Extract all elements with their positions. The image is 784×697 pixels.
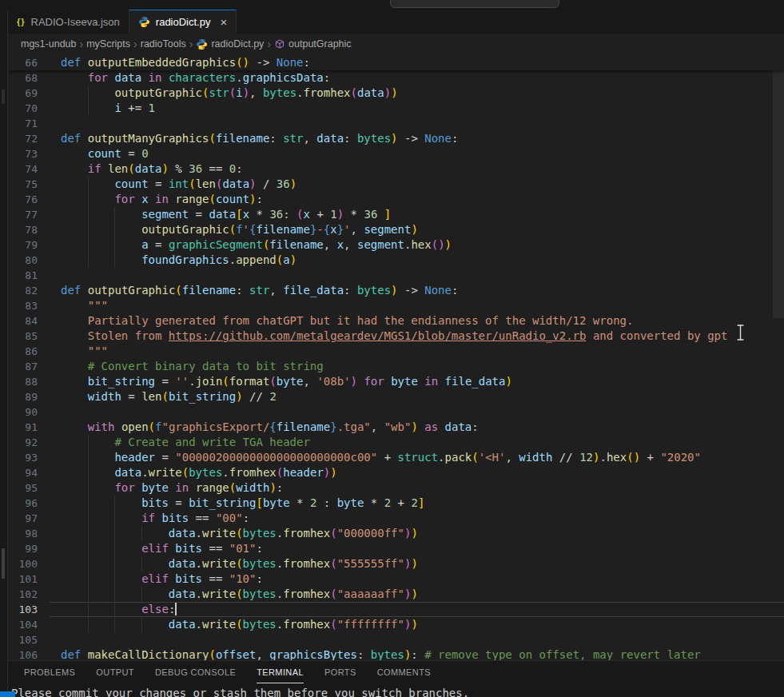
code-line-102[interactable]: 102 data.write(bytes.fromhex("aaaaaaff")… [8, 587, 784, 602]
code-line-79[interactable]: 79 a = graphicSegment(filename, x, segme… [8, 237, 784, 253]
code-line-103[interactable]: 103 else: [8, 602, 784, 617]
code-line-86[interactable]: 86 """ [8, 344, 784, 359]
code-line-83[interactable]: 83 """ [8, 298, 784, 313]
line-number[interactable]: 85 [8, 329, 50, 344]
panel-tab-debug-console[interactable]: DEBUG CONSOLE [155, 661, 236, 683]
code-line-74[interactable]: 74 if len(data) % 36 == 0: [8, 161, 784, 177]
line-number[interactable]: 68 [8, 70, 50, 86]
breadcrumb-item-outputGraphic[interactable]: outputGraphic [274, 38, 352, 50]
breadcrumb-item-myScripts[interactable]: myScripts [86, 38, 130, 50]
line-number[interactable]: 86 [8, 344, 50, 359]
code-line-82[interactable]: 82def outputGraphic(filename: str, file_… [8, 283, 784, 298]
line-number[interactable]: 101 [8, 572, 50, 587]
breadcrumb-item-radioDict.py[interactable]: radioDict.py [196, 38, 264, 50]
line-number[interactable]: 81 [8, 268, 50, 283]
line-number[interactable]: 87 [8, 359, 50, 374]
panel-tab-comments[interactable]: COMMENTS [377, 661, 431, 683]
line-number[interactable]: 97 [8, 511, 50, 526]
code-line-91[interactable]: 91 with open(f"graphicsExport/{filename}… [8, 420, 784, 435]
code-line-76[interactable]: 76 for x in range(count): [8, 192, 784, 207]
breadcrumb-item-radioTools[interactable]: radioTools [141, 38, 186, 50]
breadcrumb-item-mgs1-undub[interactable]: mgs1-undub [21, 38, 77, 50]
code-line-100[interactable]: 100 data.write(bytes.fromhex("555555ff")… [8, 556, 784, 572]
code-editor[interactable]: 66def outputEmbeddedGraphics() -> None: … [8, 54, 784, 660]
line-number[interactable]: 66 [8, 55, 50, 70]
code-line-69[interactable]: 69 outputGraphic(str(i), bytes.fromhex(d… [8, 86, 784, 101]
line-number[interactable]: 78 [8, 222, 50, 237]
code-line-71[interactable]: 71 [8, 116, 784, 131]
code-line-101[interactable]: 101 elif bits == "10": [8, 572, 784, 587]
line-number[interactable]: 98 [8, 526, 50, 541]
line-number[interactable]: 91 [8, 420, 50, 435]
line-number[interactable]: 74 [8, 161, 50, 177]
code-line-97[interactable]: 97 if bits == "00": [8, 511, 784, 526]
line-number[interactable]: 70 [8, 101, 50, 116]
line-number[interactable]: 80 [8, 253, 50, 268]
code-line-90[interactable]: 90 [8, 404, 784, 420]
line-number[interactable]: 102 [8, 587, 50, 602]
code-line-84[interactable]: 84 Partially generated from chatGPT but … [8, 313, 784, 329]
code-line-85[interactable]: 85 Stolen from https://github.com/metalg… [8, 329, 784, 344]
line-number[interactable]: 83 [8, 298, 50, 313]
code-line-92[interactable]: 92 # Create and write TGA header [8, 435, 784, 450]
panel-tab-problems[interactable]: PROBLEMS [24, 661, 75, 683]
code-line-93[interactable]: 93 header = "0000020000000000000000000c0… [8, 450, 784, 465]
remote-indicator[interactable] [0, 691, 15, 697]
tab-RADIO-Iseeva.json[interactable]: {}RADIO-Iseeva.json [8, 10, 129, 34]
close-icon[interactable]: × [220, 16, 227, 28]
code-line-89[interactable]: 89 width = len(bit_string) // 2 [8, 389, 784, 404]
line-number[interactable]: 92 [8, 435, 50, 450]
code-line-80[interactable]: 80 foundGraphics.append(a) [8, 253, 784, 268]
code-line-77[interactable]: 77 segment = data[x * 36: (x + 1) * 36 ] [8, 207, 784, 222]
tab-radioDict.py[interactable]: radioDict.py× [129, 10, 237, 34]
code-line-75[interactable]: 75 count = int(len(data) / 36) [8, 177, 784, 192]
code-line-72[interactable]: 72def outputManyGraphics(filename: str, … [8, 131, 784, 146]
line-number[interactable]: 75 [8, 177, 50, 192]
code-line-66[interactable]: 66def outputEmbeddedGraphics() -> None: [8, 55, 784, 70]
code-token: "2020" [660, 451, 701, 464]
code-line-99[interactable]: 99 elif bits == "01": [8, 541, 784, 556]
line-number[interactable]: 77 [8, 207, 50, 222]
line-number[interactable]: 76 [8, 192, 50, 207]
code-line-106[interactable]: 106def makeCallDictionary(offset, graphi… [8, 647, 784, 660]
code-line-94[interactable]: 94 data.write(bytes.fromhex(header)) [8, 465, 784, 480]
line-number[interactable]: 106 [8, 647, 50, 660]
code-line-104[interactable]: 104 data.write(bytes.fromhex("ffffffff")… [8, 617, 784, 632]
line-number[interactable]: 99 [8, 541, 50, 556]
line-number[interactable]: 90 [8, 404, 50, 420]
code-line-70[interactable]: 70 i += 1 [8, 101, 784, 116]
code-line-105[interactable]: 105 [8, 632, 784, 647]
line-number[interactable]: 104 [8, 617, 50, 632]
panel-tab-output[interactable]: OUTPUT [96, 661, 134, 683]
line-number[interactable]: 88 [8, 374, 50, 389]
code-line-88[interactable]: 88 bit_string = ''.join(format(byte, '08… [8, 374, 784, 389]
line-number[interactable]: 79 [8, 237, 50, 253]
line-number[interactable]: 100 [8, 556, 50, 572]
line-number[interactable]: 89 [8, 389, 50, 404]
code-line-81[interactable]: 81 [8, 268, 784, 283]
line-number[interactable]: 84 [8, 313, 50, 329]
line-number[interactable]: 96 [8, 496, 50, 511]
code-line-73[interactable]: 73 count = 0 [8, 146, 784, 161]
sidebar-scrollbar-thumb[interactable] [2, 548, 5, 579]
command-center-search[interactable] [390, 0, 559, 8]
code-line-96[interactable]: 96 bits = bit_string[byte * 2 : byte * 2… [8, 496, 784, 511]
line-number[interactable]: 82 [8, 283, 50, 298]
code-token: ) [337, 208, 344, 221]
line-number[interactable]: 95 [8, 480, 50, 496]
line-number[interactable]: 94 [8, 465, 50, 480]
line-number[interactable]: 103 [8, 602, 50, 617]
code-line-78[interactable]: 78 outputGraphic(f'{filename}-{x}', segm… [8, 222, 784, 237]
panel-tab-terminal[interactable]: TERMINAL [257, 661, 304, 683]
code-line-68[interactable]: 68 for data in characters.graphicsData: [8, 70, 784, 86]
line-number[interactable]: 105 [8, 632, 50, 647]
line-number[interactable]: 71 [8, 116, 50, 131]
code-line-87[interactable]: 87 # Convert binary data to bit string [8, 359, 784, 374]
line-number[interactable]: 72 [8, 131, 50, 146]
code-line-98[interactable]: 98 data.write(bytes.fromhex("000000ff")) [8, 526, 784, 541]
line-number[interactable]: 93 [8, 450, 50, 465]
panel-tab-ports[interactable]: PORTS [324, 661, 356, 683]
code-line-95[interactable]: 95 for byte in range(width): [8, 480, 784, 496]
line-number[interactable]: 73 [8, 146, 50, 161]
line-number[interactable]: 69 [8, 86, 50, 101]
